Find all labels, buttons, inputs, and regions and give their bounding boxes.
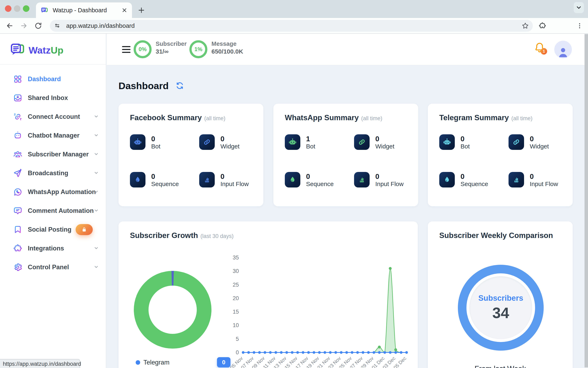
reload-button[interactable] [33,20,44,31]
three-dot-menu-icon [576,22,583,29]
input-flow-icon [354,172,370,187]
ring-value: 34 [492,304,509,322]
browser-toolbar: app.watzup.in/dashboard [0,18,588,34]
legend-count-badge: 0 [217,357,231,367]
stat-label: Widget [530,143,549,150]
sidebar-item-label: Shared Inbox [28,94,68,101]
forward-button[interactable] [18,20,29,31]
message-usage-stat: Message 650/100.0K [212,40,243,55]
sidebar-item-label: Broadcasting [28,169,68,177]
card-title-text: WhatsApp Summary [285,113,359,122]
stat-value: 650/100.0K [212,48,243,55]
url-text[interactable]: app.watzup.in/dashboard [66,22,521,29]
logo-text-watz: Watz [29,45,51,55]
bookmark-star-icon[interactable] [521,22,529,30]
scrollbar-track[interactable] [585,34,588,368]
sidebar-item-chatbot-manager[interactable]: Chatbot Manager [0,126,106,145]
stat-widget: 0Widget [508,134,549,150]
chevron-down-icon [93,151,99,158]
tab-close-icon[interactable] [121,7,127,13]
card-title-text: Facebook Summary [130,113,202,122]
app-logo[interactable]: WatzUp [10,42,63,58]
refresh-icon[interactable] [176,81,184,90]
bookmark-icon [13,225,22,234]
extensions-button[interactable] [537,20,548,31]
sidebar-item-label: Control Panel [28,264,69,271]
svg-text:35: 35 [233,255,239,261]
chevron-down-icon [93,170,99,177]
sequence-droplet-icon [130,172,145,187]
sidebar-item-dashboard[interactable]: Dashboard [0,70,106,89]
stat-sequence: 0Sequence [439,172,488,187]
stat-label: Input Flow [375,181,403,187]
chevron-down-icon [93,245,99,252]
weekly-footer-label: From last Week [428,365,573,368]
stat-label: Input Flow [530,181,558,187]
tab-favicon [40,6,48,14]
stat-value: 0 [461,135,470,143]
legend-label: Telegram [143,359,169,366]
status-url-text: https://app.watzup.in/dashboard [3,361,81,367]
stat-widget: 0Widget [199,134,240,150]
stat-label: Sequence [151,181,179,187]
robot-icon [13,131,22,140]
subscriber-usage-ring: 0% [134,40,151,58]
legend-dot-telegram [136,360,140,365]
window-zoom-button[interactable] [23,5,29,12]
subscriber-usage-percent: 0% [139,46,146,53]
stat-bot: 1Bot [285,134,315,150]
ring-label: Subscribers [478,294,523,303]
chevron-down-icon [93,207,99,214]
sidebar-item-label: WhatsApp Automation [28,188,96,196]
tab-search-button[interactable] [574,2,584,13]
stat-bot: 0Bot [439,134,470,150]
scrollbar-thumb[interactable] [585,34,588,367]
widget-link-icon [199,134,215,150]
card-subtitle: (last 30 days) [200,233,233,239]
stat-bot: 0Bot [130,134,160,150]
browser-tab[interactable]: Watzup - Dashboard [36,2,132,18]
comment-icon [13,206,22,215]
stat-sequence: 0Sequence [285,172,334,187]
sidebar-item-subscriber-manager[interactable]: Subscriber Manager [0,145,106,164]
sidebar-item-integrations[interactable]: Integrations [0,239,106,258]
notification-count: 1 [543,49,545,54]
address-bar[interactable]: app.watzup.in/dashboard [50,20,533,32]
sidebar-item-social-posting[interactable]: Social Posting [0,220,106,239]
stat-value: 0 [375,172,403,181]
svg-text:0: 0 [236,350,239,356]
new-tab-button[interactable] [137,6,145,14]
sidebar-item-broadcasting[interactable]: Broadcasting [0,164,106,183]
main-content: Dashboard Facebook Summary(all time) 0Bo… [107,65,585,368]
widget-link-icon [354,134,370,150]
svg-text:30: 30 [233,268,239,274]
sidebar-item-connect-account[interactable]: Connect Account [0,107,106,126]
stat-value: 0 [530,135,549,143]
site-settings-icon[interactable] [53,22,61,29]
facebook-summary-card: Facebook Summary(all time) 0Bot 0Widget … [118,104,263,206]
sidebar-item-label: Dashboard [28,75,61,83]
window-close-button[interactable] [5,5,11,12]
sidebar-item-control-panel[interactable]: Control Panel [0,258,106,277]
svg-text:15: 15 [233,309,239,315]
stat-value: 31/∞ [156,48,187,55]
link-icon [13,112,22,121]
ring-inner-disc: Subscribers 34 [469,276,532,339]
sidebar-item-label: Chatbot Manager [28,132,80,139]
notifications-button[interactable]: 1 [534,42,548,58]
stat-widget: 0Widget [354,134,394,150]
sidebar-item-whatsapp-automation[interactable]: WhatsApp Automation [0,183,106,201]
stat-value: 0 [530,172,558,181]
hamburger-menu-button[interactable] [121,45,131,54]
ring-inner-white: Subscribers 34 [466,273,535,342]
app-header: 0% Subscriber 31/∞ 1% Message 650/100.0K… [107,34,585,65]
browser-menu-button[interactable] [574,20,585,31]
weekly-comparison-ring: Subscribers 34 [458,265,544,351]
widget-link-icon [508,134,524,150]
window-minimize-button[interactable] [14,5,20,12]
card-subtitle: (all time) [361,115,383,121]
sidebar-item-comment-automation[interactable]: Comment Automation [0,201,106,220]
back-button[interactable] [4,20,15,31]
user-avatar[interactable] [554,41,572,58]
sidebar-item-shared-inbox[interactable]: Shared Inbox [0,89,106,107]
